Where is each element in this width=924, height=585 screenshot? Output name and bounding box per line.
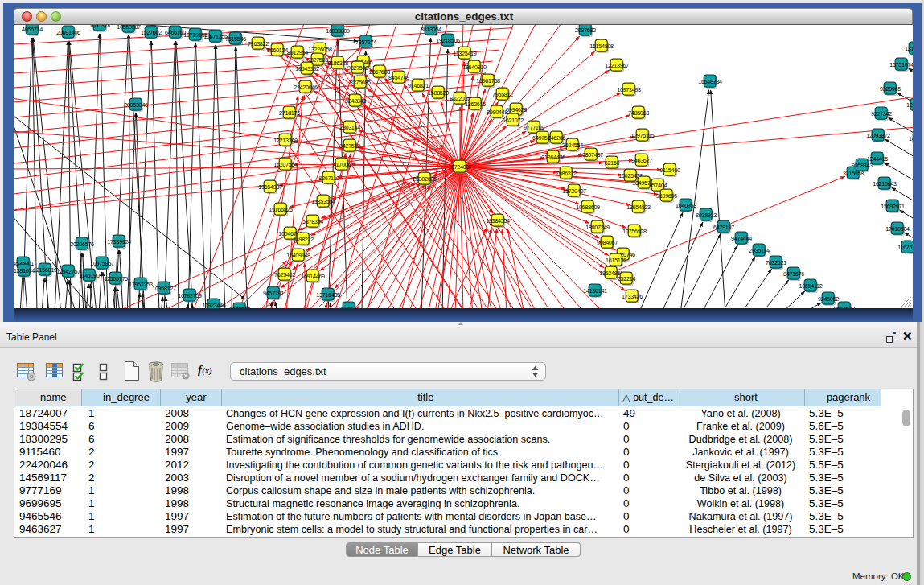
svg-text:12156819: 12156819 (33, 266, 57, 274)
svg-text:12213369: 12213369 (273, 137, 298, 144)
svg-text:7357274: 7357274 (355, 39, 376, 46)
svg-text:7986372: 7986372 (556, 170, 577, 177)
svg-text:7515546: 7515546 (225, 35, 246, 43)
svg-text:7632621: 7632621 (766, 259, 786, 266)
svg-text:8813054: 8813054 (421, 26, 441, 33)
svg-text:1498222: 1498222 (293, 236, 314, 243)
svg-text:8375685: 8375685 (350, 79, 371, 86)
svg-text:19384554: 19384554 (486, 217, 510, 225)
svg-text:18640910: 18640910 (462, 64, 487, 71)
svg-text:10807487: 10807487 (579, 151, 603, 159)
svg-text:1588520: 1588520 (428, 89, 449, 97)
svg-text:9146821: 9146821 (408, 82, 429, 89)
svg-text:417006: 417006 (333, 161, 351, 168)
svg-text:4055714: 4055714 (22, 26, 43, 33)
svg-text:10756928: 10756928 (622, 228, 647, 235)
svg-text:20053346: 20053346 (124, 101, 148, 109)
svg-text:10543392: 10543392 (295, 65, 319, 72)
svg-text:6479197: 6479197 (713, 224, 734, 231)
svg-text:2087682: 2087682 (575, 27, 596, 34)
svg-text:2867608: 2867608 (369, 68, 390, 76)
svg-text:1145190: 1145190 (79, 272, 100, 279)
svg-text:9474444: 9474444 (731, 235, 752, 242)
svg-text:746266: 746266 (548, 134, 565, 142)
svg-text:10973493: 10973493 (617, 86, 641, 93)
svg-text:252214: 252214 (618, 275, 635, 282)
svg-text:1640953: 1640953 (676, 202, 696, 209)
svg-text:13226058: 13226058 (308, 46, 332, 53)
svg-text:8045631: 8045631 (339, 305, 359, 309)
svg-text:9084067: 9084067 (597, 239, 618, 246)
svg-text:1317205: 1317205 (905, 45, 913, 52)
svg-text:19654987: 19654987 (258, 183, 282, 191)
svg-text:9227342: 9227342 (871, 110, 892, 117)
svg-text:25302035: 25302035 (413, 175, 437, 183)
svg-text:1227434: 1227434 (906, 101, 913, 109)
svg-text:9777169: 9777169 (524, 124, 544, 131)
svg-text:1410233: 1410233 (909, 135, 913, 142)
svg-text:9245052: 9245052 (818, 295, 839, 303)
svg-text:16033809: 16033809 (326, 27, 350, 35)
svg-text:16107554: 16107554 (273, 161, 298, 168)
svg-text:1391674: 1391674 (14, 267, 35, 274)
svg-text:7163822: 7163822 (248, 40, 269, 47)
svg-text:1527602: 1527602 (141, 29, 162, 36)
svg-text:9329965: 9329965 (880, 85, 901, 93)
svg-text:8471676: 8471676 (783, 270, 804, 278)
svg-text:8660124: 8660124 (267, 47, 288, 54)
svg-text:8454749: 8454749 (388, 74, 409, 81)
svg-text:12975115: 12975115 (630, 132, 654, 139)
svg-text:17010504: 17010504 (885, 225, 910, 233)
svg-text:9664532: 9664532 (834, 305, 855, 309)
svg-text:15692971: 15692971 (881, 203, 905, 210)
svg-text:20691406: 20691406 (56, 29, 80, 36)
svg-text:957404: 957404 (649, 182, 667, 189)
svg-text:10975857: 10975857 (90, 260, 114, 267)
svg-text:13716485: 13716485 (316, 291, 340, 299)
svg-text:9327508: 9327508 (347, 64, 368, 72)
svg-text:9699695: 9699695 (656, 192, 677, 200)
svg-text:1621072: 1621072 (503, 117, 524, 124)
svg-text:9958343: 9958343 (852, 162, 873, 169)
svg-text:3624554: 3624554 (562, 142, 583, 149)
svg-text:62160: 62160 (605, 159, 620, 167)
svg-text:12505175: 12505175 (104, 275, 128, 282)
svg-text:15751074: 15751074 (889, 61, 913, 68)
svg-text:7485063: 7485063 (628, 109, 649, 117)
svg-text:16409948: 16409948 (286, 252, 310, 259)
svg-text:11325419: 11325419 (453, 50, 476, 57)
svg-text:12942757: 12942757 (56, 268, 80, 275)
svg-text:8186328: 8186328 (327, 60, 348, 67)
svg-text:11923446: 11923446 (202, 302, 225, 309)
svg-text:10654112: 10654112 (799, 282, 822, 290)
svg-text:10688609: 10688609 (576, 204, 600, 211)
svg-text:10958127: 10958127 (152, 285, 176, 292)
svg-text:2718176: 2718176 (279, 109, 300, 117)
svg-text:6994028: 6994028 (506, 106, 527, 113)
svg-text:8912954: 8912954 (287, 49, 308, 56)
svg-text:7625402: 7625402 (274, 271, 295, 278)
svg-text:16961758: 16961758 (476, 77, 500, 84)
svg-text:16154808: 16154808 (589, 43, 614, 50)
svg-text:8427552: 8427552 (339, 142, 360, 150)
svg-text:19218506: 19218506 (436, 37, 460, 44)
svg-text:9242848: 9242848 (345, 97, 366, 105)
svg-text:15720407: 15720407 (562, 187, 586, 195)
svg-text:13654923: 13654923 (626, 204, 651, 211)
svg-text:21364436: 21364436 (541, 154, 565, 161)
svg-text:1167533: 1167533 (897, 244, 913, 251)
svg-text:19166825: 19166825 (269, 206, 293, 213)
svg-text:8267110: 8267110 (318, 175, 339, 182)
svg-text:16210643: 16210643 (873, 180, 897, 187)
svg-text:12213967: 12213967 (605, 62, 629, 69)
svg-text:18724007: 18724007 (448, 163, 472, 171)
svg-text:9457791: 9457791 (263, 290, 284, 297)
svg-text:13353594: 13353594 (311, 198, 335, 205)
svg-text:20206576: 20206576 (70, 241, 94, 248)
svg-text:1055328: 1055328 (89, 25, 110, 29)
svg-text:2935114: 2935114 (749, 247, 770, 254)
svg-text:16782759: 16782759 (178, 292, 202, 299)
svg-text:10553287: 10553287 (117, 25, 141, 31)
svg-text:8990448: 8990448 (487, 109, 507, 116)
svg-text:7955812: 7955812 (492, 91, 513, 98)
